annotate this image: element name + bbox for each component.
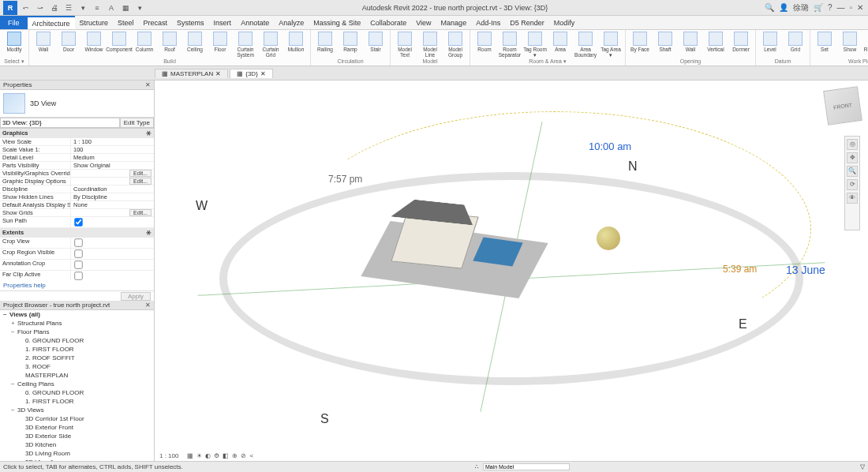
tree-node[interactable]: 0. GROUND FLOOR <box>0 388 154 397</box>
tab-d5-render[interactable]: D5 Render <box>505 16 549 29</box>
view-canvas[interactable]: N S E W 10:00 am 7:57 pm 5:39 am 13 June… <box>155 81 868 461</box>
prop-row[interactable]: Far Clip Active <box>0 271 154 280</box>
prop-row[interactable]: Default Analysis Display StyleNone <box>0 201 154 209</box>
view-control-icon-1[interactable]: ☀ <box>195 452 204 459</box>
tree-node[interactable]: 3D Exterior Side <box>0 432 154 440</box>
date-label[interactable]: 13 June <box>786 264 825 276</box>
building-model[interactable] <box>376 193 533 303</box>
tree-twisty-icon[interactable]: + <box>11 319 17 328</box>
tree-node[interactable]: 2. ROOF SOFFIT <box>0 354 154 362</box>
prop-row[interactable]: Detail LevelMedium <box>0 154 154 162</box>
ribbon-model-line[interactable]: Model Line <box>418 31 442 58</box>
model-selector[interactable] <box>483 463 570 470</box>
look-icon[interactable]: 👁 <box>847 193 858 204</box>
view-control-icon-3[interactable]: ⚙ <box>212 452 221 459</box>
prop-row[interactable]: Visibility/Graphics OverridesEdit... <box>0 170 154 178</box>
prop-row[interactable]: Show GridsEdit... <box>0 209 154 217</box>
cart-icon[interactable]: 🛒 <box>814 3 823 12</box>
worksets-icon[interactable]: ⛬ <box>473 463 480 470</box>
tree-node[interactable]: −Floor Plans <box>0 328 154 336</box>
user-name[interactable]: 徐璐 <box>793 2 809 13</box>
prop-row[interactable]: Graphic Display OptionsEdit... <box>0 178 154 185</box>
selection-filter-icon[interactable]: ▽ <box>860 463 865 470</box>
view-control-icon-4[interactable]: ◧ <box>221 452 230 459</box>
type-selector[interactable] <box>0 118 120 128</box>
checkbox[interactable] <box>74 260 82 268</box>
prop-row[interactable]: Parts VisibilityShow Original <box>0 162 154 170</box>
prop-category[interactable]: Extents⚹ <box>0 228 154 238</box>
ribbon-stair[interactable]: Stair <box>364 31 387 52</box>
properties-help-link[interactable]: Properties help <box>0 280 154 290</box>
checkbox[interactable] <box>74 238 82 246</box>
tab-collaborate[interactable]: Collaborate <box>365 16 411 29</box>
orbit-icon[interactable]: ⟳ <box>847 179 858 190</box>
restore-icon[interactable]: ▫ <box>849 3 852 12</box>
ribbon-grid[interactable]: Grid <box>784 31 807 52</box>
tab-manage[interactable]: Manage <box>436 16 472 29</box>
ribbon-ramp[interactable]: Ramp <box>339 31 362 52</box>
view-control-icon-2[interactable]: ◐ <box>204 452 212 459</box>
ribbon-model-text[interactable]: Model Text <box>393 31 417 58</box>
edit-button[interactable]: Edit... <box>129 178 152 185</box>
ribbon-mullion[interactable]: Mullion <box>284 31 308 52</box>
view-scale[interactable]: 1 : 100 <box>158 452 180 459</box>
sunrise-label[interactable]: 5:39 am <box>723 264 757 275</box>
ribbon-wall[interactable]: Wall <box>679 31 702 52</box>
tab-file[interactable]: File <box>0 16 28 29</box>
view-control-icon-7[interactable]: < <box>248 452 255 459</box>
prop-category[interactable]: Graphics⚹ <box>0 129 154 138</box>
ribbon-tag-room-[interactable]: Tag Room ▾ <box>523 31 547 58</box>
tree-node[interactable]: 3. ROOF <box>0 362 154 371</box>
close-icon[interactable]: ✕ <box>145 302 151 309</box>
tab-modify[interactable]: Modify <box>549 16 580 29</box>
qat-item-5[interactable]: ≡ <box>92 2 103 13</box>
ribbon-roof[interactable]: Roof <box>158 31 181 52</box>
tree-twisty-icon[interactable]: − <box>11 380 17 388</box>
user-icon[interactable]: 👤 <box>779 3 788 12</box>
app-logo[interactable]: R <box>3 1 17 15</box>
type-preview[interactable]: 3D View <box>0 90 154 118</box>
ribbon-modify[interactable]: Modify <box>2 31 26 52</box>
tab-annotate[interactable]: Annotate <box>236 16 274 29</box>
search-icon[interactable]: 🔍 <box>765 3 774 12</box>
ribbon-vertical[interactable]: Vertical <box>704 31 728 52</box>
qat-item-3[interactable]: ☰ <box>63 2 74 13</box>
tree-twisty-icon[interactable]: − <box>11 406 17 414</box>
tree-node[interactable]: 3D View 1 <box>0 458 154 462</box>
ribbon-room-separator[interactable]: Room Separator <box>498 31 522 58</box>
tree-node[interactable]: 3D Living Room <box>0 449 154 458</box>
checkbox[interactable] <box>74 249 82 257</box>
sun-time-label[interactable]: 10:00 am <box>589 140 631 152</box>
tab-analyze[interactable]: Analyze <box>274 16 309 29</box>
tab-precast[interactable]: Precast <box>139 16 173 29</box>
checkbox[interactable] <box>74 272 82 279</box>
tree-node[interactable]: 3D Corridor 1st Floor <box>0 414 154 423</box>
tree-twisty-icon[interactable]: − <box>3 310 9 319</box>
help-icon[interactable]: ? <box>828 3 832 12</box>
prop-row[interactable]: Annotation Crop <box>0 260 154 271</box>
tree-node[interactable]: 3D Exterior Front <box>0 423 154 432</box>
ribbon-model-group[interactable]: Model Group <box>443 31 467 58</box>
edit-button[interactable]: Edit... <box>129 209 152 216</box>
qat-item-1[interactable]: ⤻ <box>35 2 46 13</box>
checkbox[interactable] <box>74 218 82 226</box>
tree-node[interactable]: −3D Views <box>0 406 154 414</box>
close-icon[interactable]: ✕ <box>857 3 863 12</box>
close-icon[interactable]: ✕ <box>260 70 266 77</box>
ribbon-floor[interactable]: Floor <box>208 31 232 52</box>
tab-insert[interactable]: Insert <box>209 16 237 29</box>
tab-structure[interactable]: Structure <box>75 16 114 29</box>
ribbon-ceiling[interactable]: Ceiling <box>183 31 207 52</box>
doc-tab[interactable]: ▦{3D}✕ <box>230 69 273 78</box>
close-icon[interactable]: ✕ <box>215 70 221 77</box>
ribbon-curtain-grid[interactable]: Curtain Grid <box>259 31 282 58</box>
prop-row[interactable]: Scale Value 1:100 <box>0 146 154 154</box>
minimize-icon[interactable]: — <box>836 3 844 12</box>
sun-icon[interactable] <box>597 227 620 250</box>
project-browser[interactable]: −Views (all)+Structural Plans−Floor Plan… <box>0 310 154 462</box>
tab-massing-site[interactable]: Massing & Site <box>309 16 365 29</box>
qat-item-7[interactable]: ▦ <box>120 2 131 13</box>
view-control-icon-6[interactable]: ⊘ <box>239 452 248 459</box>
ribbon-ref-plane[interactable]: Ref Plane <box>863 31 868 52</box>
prop-row[interactable]: Crop View <box>0 238 154 249</box>
